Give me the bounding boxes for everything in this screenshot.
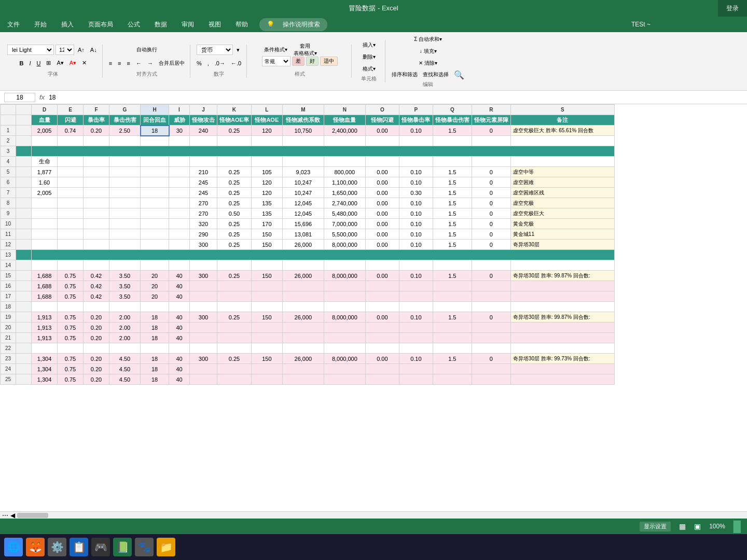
cell-i[interactable]: 40 (169, 323, 190, 333)
cell-k[interactable] (217, 260, 252, 271)
cell-p[interactable] (399, 323, 433, 333)
indent-increase-button[interactable]: → (145, 58, 155, 68)
table-row[interactable]: 92700.5013512,0455,480,0000.000.101.50虚空… (1, 208, 615, 219)
cell-p[interactable] (399, 374, 433, 385)
cell-k[interactable] (217, 302, 252, 312)
cell-i[interactable]: 40 (169, 281, 190, 291)
cell-n[interactable]: 2,400,000 (324, 125, 365, 136)
cell-f[interactable] (84, 240, 109, 250)
cell-f[interactable]: 0.20 (84, 364, 109, 374)
cell-e[interactable] (58, 136, 84, 146)
cell-k[interactable] (217, 374, 252, 385)
cell-i[interactable] (169, 157, 190, 167)
cell-g[interactable] (109, 208, 141, 219)
cell-q[interactable] (433, 302, 472, 312)
cell-q[interactable]: 1.5 (433, 167, 472, 177)
cell-j[interactable] (190, 364, 217, 374)
cell-g[interactable]: 2.00 (109, 312, 141, 323)
cell-m[interactable]: 12,045 (282, 208, 324, 219)
cell-q[interactable] (433, 364, 472, 374)
menu-review[interactable]: 审阅 (178, 19, 197, 30)
cell-e[interactable]: 0.75 (58, 354, 84, 364)
cell-s[interactable]: 黄金究极 (510, 219, 614, 229)
taskbar-icon-excel[interactable]: 📗 (113, 538, 132, 556)
cell-p[interactable] (399, 343, 433, 354)
table-row[interactable]: 51,8772100.251059,023800,0000.000.101.50… (1, 167, 615, 177)
cell-g[interactable] (109, 157, 141, 167)
cell-k[interactable] (217, 323, 252, 333)
cell-l[interactable] (251, 364, 282, 374)
cell-r[interactable] (472, 364, 510, 374)
display-settings-button[interactable]: 显示设置 (640, 522, 671, 531)
cell-k[interactable]: 0.50 (217, 208, 252, 219)
cell-d[interactable]: 生命 (32, 157, 58, 167)
cell-h[interactable] (141, 219, 169, 229)
taskbar-icon-browser[interactable]: 🌐 (4, 538, 23, 556)
cell-reference-input[interactable] (4, 93, 35, 102)
cell-i[interactable]: 40 (169, 374, 190, 385)
cell-f[interactable] (84, 177, 109, 188)
font-color-button[interactable]: A▾ (67, 58, 78, 68)
cell-h[interactable]: 18 (141, 323, 169, 333)
table-row[interactable]: 13 (1, 250, 615, 260)
cell-d[interactable]: 1,304 (32, 374, 58, 385)
cell-p[interactable] (399, 333, 433, 343)
cell-m[interactable]: 15,696 (282, 219, 324, 229)
taskbar-icon-game[interactable]: 🎮 (91, 538, 110, 556)
col-header-Q[interactable]: Q (433, 105, 472, 115)
cell-s[interactable] (510, 157, 614, 167)
cell-o[interactable]: 0.00 (365, 208, 399, 219)
cell-r[interactable]: 0 (472, 188, 510, 198)
cell-d[interactable]: 1,913 (32, 312, 58, 323)
cell-e[interactable] (58, 208, 84, 219)
cell-m[interactable] (282, 260, 324, 271)
currency-select[interactable]: 货币 (197, 45, 233, 55)
cell-r[interactable]: 0 (472, 167, 510, 177)
cell-q[interactable] (433, 260, 472, 271)
col-header-F[interactable]: F (84, 105, 109, 115)
cell-f[interactable] (84, 302, 109, 312)
cell-p[interactable]: 0.10 (399, 354, 433, 364)
wrap-text-button[interactable]: 自动换行 (134, 45, 159, 55)
cell-d[interactable] (32, 229, 58, 240)
cell-o[interactable]: 0.00 (365, 229, 399, 240)
cell-k[interactable]: 0.25 (217, 125, 252, 136)
cell-s[interactable] (510, 291, 614, 302)
cell-l[interactable]: 150 (251, 354, 282, 364)
table-row[interactable]: 12,0050.740.202.5018302400.2512010,7502,… (1, 125, 615, 136)
decimal-decrease-button[interactable]: ←.0 (229, 58, 243, 68)
cell-g[interactable] (109, 136, 141, 146)
cell-m[interactable] (282, 374, 324, 385)
cell-e[interactable]: 0.75 (58, 323, 84, 333)
table-row[interactable]: 191,9130.750.202.0018403000.2515026,0008… (1, 312, 615, 323)
col-header-E[interactable]: E (58, 105, 84, 115)
cell-j[interactable]: 300 (190, 240, 217, 250)
cell-o[interactable] (365, 157, 399, 167)
table-row[interactable]: 3 (1, 146, 615, 157)
percent-button[interactable]: % (195, 58, 204, 68)
cell-e[interactable]: 0.74 (58, 125, 84, 136)
taskbar-icon-folder[interactable]: 📁 (157, 538, 175, 556)
cell-m[interactable] (282, 291, 324, 302)
cell-e[interactable]: 0.75 (58, 374, 84, 385)
cell-l[interactable]: 150 (251, 229, 282, 240)
cell-f[interactable]: 0.20 (84, 125, 109, 136)
cell-g[interactable]: 4.50 (109, 354, 141, 364)
find-select-button[interactable]: 查找和选择 (421, 69, 451, 80)
cell-r[interactable]: 0 (472, 312, 510, 323)
cell-h[interactable]: 18 (141, 374, 169, 385)
italic-button[interactable]: I (27, 58, 33, 68)
scroll-thumb[interactable] (17, 513, 48, 518)
cell-d[interactable]: 1,688 (32, 271, 58, 281)
cell-f[interactable]: 0.20 (84, 312, 109, 323)
cell-m[interactable]: 10,247 (282, 188, 324, 198)
cell-m[interactable]: 10,750 (282, 125, 324, 136)
cell-h[interactable]: 18 (141, 312, 169, 323)
cell-n[interactable] (324, 364, 365, 374)
cell-q[interactable] (433, 291, 472, 302)
cell-s[interactable]: 虚空究极巨大 胜率: 65.61% 回合数 (510, 125, 614, 136)
cell-s[interactable] (510, 333, 614, 343)
cell-i[interactable] (169, 219, 190, 229)
cell-g[interactable] (109, 219, 141, 229)
cell-q[interactable]: 1.5 (433, 219, 472, 229)
